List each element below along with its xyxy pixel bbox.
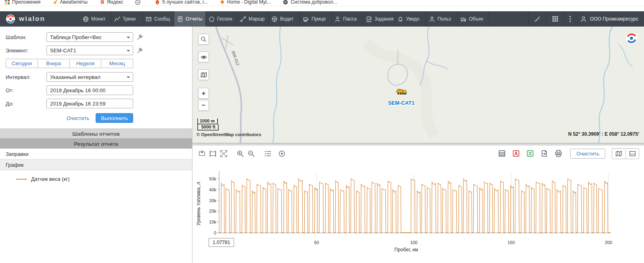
execute-button[interactable]: Выполнить [96,113,133,123]
bookmark-avia[interactable]: Авиабилеты [52,0,88,5]
tracking-target-button[interactable] [276,148,287,159]
units-icon [460,16,466,22]
tab-users[interactable]: Польз [426,11,458,27]
tab-label: Задания [374,16,393,22]
cursor-value-box: 1.07781 [209,238,234,247]
map-visibility-button[interactable] [198,52,209,62]
range-today-button[interactable]: Сегодня [6,59,38,68]
bookmark-sistema[interactable]: Система добровол... [283,0,337,5]
layers-icon [201,72,207,78]
xls-export-icon [526,149,534,157]
more-menu-button[interactable] [564,11,576,27]
tab-tracks[interactable]: Треки [111,11,143,27]
flame-icon [155,0,160,4]
map-attribution[interactable]: © OpenStreetMap contributors [197,132,261,137]
fuel-level-chart[interactable]: 50100150200010k20k30k40k50k [192,145,644,263]
apps-grid-icon [552,16,558,22]
select-area-icon [198,150,206,157]
kebab-icon [569,16,571,22]
legend-list-button[interactable] [262,148,273,159]
map-view[interactable]: 80K-012 [192,27,644,143]
apps-grid-icon [5,0,10,4]
passengers-icon [335,16,341,22]
bookmark-icon-only[interactable] [135,0,143,5]
map-layers-button[interactable] [198,69,209,80]
tab-trailers[interactable]: Прице [300,11,332,27]
tab-passengers[interactable]: Пасса [332,11,363,27]
unit-select[interactable]: SEM-CAT1 [46,46,133,55]
reports-icon [177,16,183,22]
bookmark-label: Яндекс [107,0,123,5]
map-scale: 1000 m 5000 ft [197,118,219,130]
from-date-input[interactable] [46,85,133,95]
result-item-fuel[interactable]: Заправки [0,149,192,159]
range-week-button[interactable]: Неделя [70,59,102,68]
range-month-button[interactable]: Месяц [101,59,133,68]
export-file-button[interactable] [539,148,550,159]
zoom-in-button[interactable]: + [198,88,209,99]
tab-messages[interactable]: Сообщ [143,11,174,27]
map-search-button[interactable] [198,34,209,45]
bookmark-home-digital[interactable]: Home - Digital Myt... [220,0,271,5]
tab-drivers[interactable]: Водит [269,11,300,27]
fit-extent-icon [220,150,228,157]
chart-toolbar-right: Очистить [496,148,639,159]
legend-list-icon [264,150,272,157]
drivers-icon [272,16,278,22]
fit-extent-button[interactable] [218,148,229,159]
unit-settings-button[interactable] [137,48,143,54]
select-interval-icon [209,150,217,157]
select-interval-button[interactable] [207,148,218,159]
tab-notifications[interactable]: Уведо [395,11,426,27]
result-item-chart[interactable]: График [0,159,192,170]
to-label: До: [6,101,46,107]
select-area-button[interactable] [197,148,207,159]
chart-zoom-out-button[interactable] [246,148,257,159]
wrench-icon [137,34,143,40]
notifications-icon [397,16,404,22]
app-navbar: wialon Монит Треки Сообщ Отчеты Геозон М… [0,11,644,27]
result-section-header[interactable]: Результат отчета [0,139,192,149]
report-table-button[interactable] [496,148,507,159]
tab-geofences[interactable]: Геозон [206,11,237,27]
templates-section-header[interactable]: Шаблоны отчетов [0,128,192,139]
svg-text:50k: 50k [209,176,216,181]
zoom-out-button[interactable]: − [198,100,209,111]
bookmark-apps[interactable]: Приложения [5,0,40,5]
clear-button[interactable]: Очистить [67,115,90,121]
diamond-icon [220,0,225,4]
template-settings-button[interactable] [137,34,143,40]
range-yesterday-button[interactable]: Вчера [38,59,70,68]
scale-imperial: 5000 ft [197,124,219,130]
account-menu[interactable]: ООО Промкамресурс [576,11,644,27]
print-button[interactable] [553,148,564,159]
template-select[interactable]: Таблица Пробег+Вес [46,32,133,42]
search-icon [201,36,207,42]
tab-routes[interactable]: Маршр [237,11,269,27]
chart-legend-item[interactable]: Датчик веса (кг) [0,170,192,182]
bookmark-yandex[interactable]: Я Яндекс [100,0,123,5]
apps-menu-button[interactable] [546,11,564,27]
chart-clear-button[interactable]: Очистить [570,149,605,159]
tab-jobs[interactable]: Задания [363,11,395,27]
tab-reports[interactable]: Отчеты [174,11,206,27]
wialon-logo-icon [6,14,15,24]
tab-monitoring[interactable]: Монит [80,11,111,27]
export-pdf-button[interactable] [510,148,521,159]
navbar-right: ООО Промкамресурс [528,11,644,27]
split-view-toggle[interactable] [625,149,639,159]
map-view-toggle[interactable] [612,149,625,159]
wialon-logo[interactable]: wialon [0,11,80,27]
chart-zoom-in-button[interactable] [235,148,246,159]
account-name: ООО Промкамресурс [590,16,638,22]
interval-select[interactable]: Указанный интервал [46,72,133,82]
measure-button[interactable] [528,11,546,27]
report-table-icon [498,149,506,157]
legend-color-swatch [16,179,27,180]
export-xls-button[interactable] [525,148,535,159]
wrench-icon [137,48,143,54]
bookmark-top-sites[interactable]: 5 лучших сайтов, г... [155,0,207,5]
chart-panel[interactable]: Очистить 50100150200010k20k30k40k50k Уро… [192,145,644,263]
to-date-input[interactable] [46,99,133,108]
tab-units[interactable]: Объек [458,11,489,27]
